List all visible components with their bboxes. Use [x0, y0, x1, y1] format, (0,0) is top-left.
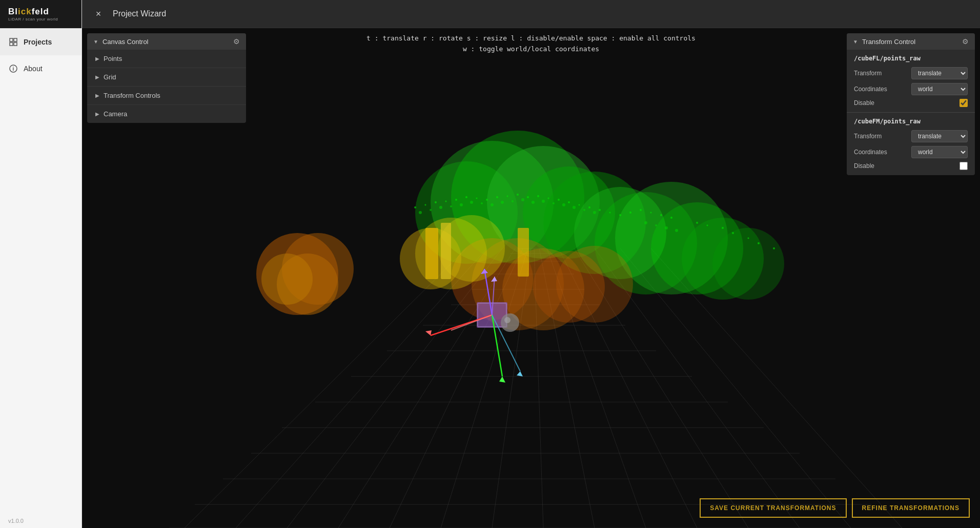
- svg-point-104: [460, 203, 463, 206]
- grid-arrow-icon: ▶: [95, 74, 99, 80]
- svg-point-109: [512, 200, 514, 202]
- bottom-buttons: SAVE CURRENT TRANSFORMATIONS REFINE TRAN…: [700, 498, 970, 518]
- transform-row-2-transform: Transform translate rotate resize: [854, 130, 968, 142]
- transform-panel: ▼ Transform Control ⚙ /cubeFL/points_raw…: [847, 33, 975, 175]
- transform-panel-header[interactable]: ▼ Transform Control ⚙: [847, 33, 975, 50]
- svg-point-90: [650, 212, 652, 214]
- svg-point-119: [655, 224, 657, 226]
- svg-point-99: [773, 247, 775, 249]
- svg-point-79: [537, 195, 539, 197]
- disable-checkbox-2[interactable]: [959, 162, 968, 170]
- coordinates-select-2[interactable]: world local: [911, 146, 968, 158]
- panel-item-points[interactable]: ▶ Points: [87, 50, 246, 68]
- svg-point-114: [562, 203, 565, 206]
- svg-point-103: [450, 205, 452, 207]
- transform-panel-arrow: ▼: [853, 39, 858, 45]
- canvas-control-items: ▶ Points ▶ Grid ▶ Transform Controls ▶ C…: [87, 50, 246, 123]
- svg-point-107: [491, 203, 494, 206]
- svg-point-96: [732, 232, 734, 234]
- svg-point-72: [465, 196, 467, 198]
- points-arrow-icon: ▶: [95, 56, 99, 61]
- transform-panel-title: Transform Control: [862, 38, 915, 46]
- sidebar: Blickfeld LiDAR / scan your world Projec…: [0, 0, 82, 528]
- svg-rect-0: [10, 38, 13, 41]
- panel-item-camera[interactable]: ▶ Camera: [87, 105, 246, 123]
- transform-panel-settings-icon[interactable]: ⚙: [962, 37, 969, 46]
- svg-point-108: [501, 201, 504, 204]
- svg-point-118: [644, 221, 647, 224]
- transform-panel-header-left: ▼ Transform Control: [853, 38, 915, 46]
- info-icon: i: [8, 64, 18, 74]
- svg-point-111: [532, 201, 535, 204]
- transform-row-1-coordinates: Coordinates world local: [854, 83, 968, 95]
- canvas-control-panel: ▼ Canvas Control ⚙ ▶ Points ▶ Grid ▶ Tra…: [87, 33, 246, 123]
- logo-subtitle: LiDAR / scan your world: [8, 17, 58, 22]
- transform-select-2[interactable]: translate rotate resize: [911, 130, 968, 142]
- version-label: v1.0.0: [0, 514, 81, 528]
- svg-point-106: [481, 202, 483, 204]
- save-transformations-button[interactable]: SAVE CURRENT TRANSFORMATIONS: [700, 498, 846, 518]
- transform-label-1: Transform: [854, 70, 895, 77]
- svg-point-101: [430, 209, 432, 211]
- svg-point-80: [548, 198, 549, 199]
- svg-rect-66: [518, 228, 529, 277]
- svg-point-71: [455, 199, 457, 201]
- svg-point-88: [629, 212, 631, 214]
- panel-item-transform-controls[interactable]: ▶ Transform Controls: [87, 87, 246, 105]
- canvas-control-arrow: ▼: [93, 39, 98, 45]
- svg-point-78: [527, 196, 529, 198]
- svg-point-92: [670, 217, 672, 219]
- svg-point-113: [553, 202, 555, 204]
- svg-point-87: [619, 214, 621, 216]
- canvas-control-settings-icon[interactable]: ⚙: [233, 37, 240, 46]
- sidebar-item-projects[interactable]: Projects: [0, 29, 81, 55]
- svg-point-68: [425, 204, 426, 206]
- svg-point-105: [470, 201, 473, 204]
- canvas-area[interactable]: t : translate r : rotate s : resize l : …: [82, 28, 980, 528]
- disable-label-1: Disable: [854, 99, 895, 107]
- svg-point-60: [556, 246, 633, 323]
- svg-rect-64: [425, 228, 438, 279]
- svg-point-94: [707, 225, 708, 226]
- camera-arrow-icon: ▶: [95, 111, 99, 117]
- svg-point-86: [609, 212, 611, 214]
- logo: Blickfeld LiDAR / scan your world: [8, 7, 58, 22]
- svg-point-112: [542, 200, 545, 203]
- transform-section-2-title: /cubeFM/points_raw: [854, 118, 968, 125]
- svg-point-81: [558, 199, 560, 201]
- refine-transformations-button[interactable]: REFINE TRANSFORMATIONS: [852, 498, 970, 518]
- transform-section-1-title: /cubeFL/points_raw: [854, 55, 968, 62]
- disable-label-2: Disable: [854, 162, 895, 170]
- svg-point-125: [504, 317, 511, 323]
- svg-point-85: [599, 209, 601, 211]
- svg-point-70: [445, 201, 447, 202]
- svg-point-93: [696, 222, 698, 224]
- svg-point-110: [521, 198, 524, 201]
- svg-point-91: [660, 214, 662, 216]
- grid-label: Grid: [104, 73, 116, 81]
- camera-label: Camera: [104, 110, 127, 118]
- coordinates-label-1: Coordinates: [854, 86, 895, 93]
- panel-item-grid[interactable]: ▶ Grid: [87, 68, 246, 87]
- canvas-control-title: Canvas Control: [103, 38, 149, 46]
- svg-point-73: [476, 198, 478, 199]
- transform-row-1-transform: Transform translate rotate resize: [854, 67, 968, 79]
- canvas-control-header[interactable]: ▼ Canvas Control ⚙: [87, 33, 246, 50]
- transform-label-2: Transform: [854, 133, 895, 140]
- close-button[interactable]: ×: [92, 8, 105, 20]
- transform-section-1: /cubeFL/points_raw Transform translate r…: [847, 50, 975, 113]
- svg-point-102: [439, 206, 442, 209]
- svg-point-74: [486, 199, 488, 201]
- coordinates-select-1[interactable]: world local: [911, 83, 968, 95]
- svg-point-89: [640, 209, 642, 211]
- svg-point-84: [588, 206, 590, 208]
- disable-checkbox-1[interactable]: [959, 99, 968, 107]
- transform-select-1[interactable]: translate rotate resize: [911, 67, 968, 79]
- svg-point-121: [675, 229, 678, 232]
- canvas-control-header-left: ▼ Canvas Control: [93, 38, 149, 46]
- transform-controls-arrow-icon: ▶: [95, 93, 99, 98]
- transform-section-2: /cubeFM/points_raw Transform translate r…: [847, 113, 975, 175]
- svg-point-116: [583, 209, 585, 211]
- sidebar-item-about[interactable]: i About: [0, 55, 81, 82]
- svg-point-77: [517, 194, 519, 196]
